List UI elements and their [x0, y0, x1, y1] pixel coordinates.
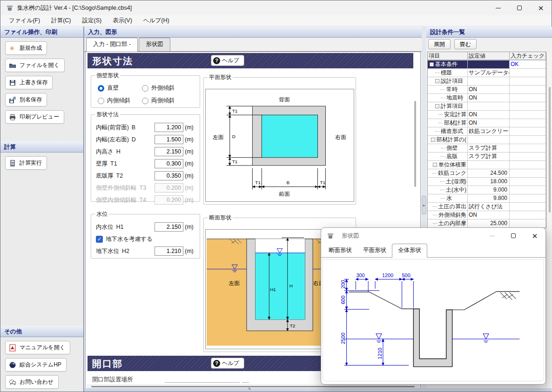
- condition-item-check: [510, 102, 546, 110]
- condition-table-row[interactable]: 標題 サンプルデータ4(鉄: [428, 69, 546, 77]
- condition-table-row[interactable]: -部材計算の(: [428, 136, 546, 144]
- condition-table-row[interactable]: 底版 スラブ計算: [428, 153, 546, 161]
- close-button[interactable]: ✕: [530, 0, 552, 15]
- opening-location-label: 開口部設置場所: [92, 376, 133, 384]
- condition-item-check: [510, 119, 546, 127]
- svg-text:T1: T1: [320, 180, 325, 185]
- condition-table-row[interactable]: -単位体積重: [428, 161, 546, 169]
- condition-table-row[interactable]: 水 9.800: [428, 194, 546, 203]
- sidebar-button[interactable]: 上書き保存: [5, 76, 53, 89]
- sidebar-section-0: ファイル操作、印刷 ✳ 新規作成 ファイルを開く 上書き保存 別名保存 印刷プレ…: [0, 27, 83, 124]
- condition-table-row[interactable]: -設計項目: [428, 77, 546, 86]
- condition-item-check: [510, 178, 546, 186]
- condition-item-value: [468, 136, 510, 144]
- tree-expander-icon[interactable]: -: [431, 138, 435, 142]
- sidebar-button[interactable]: 別名保存: [5, 93, 47, 106]
- bottom-splitter-strip[interactable]: ▿▵: [84, 388, 552, 392]
- sidebar-button[interactable]: マニュアルを開く: [5, 341, 70, 354]
- groundwater-level-input[interactable]: [155, 246, 183, 256]
- sidebar-button-label: お問い合わせ: [20, 378, 54, 386]
- sidewall-radio-option[interactable]: 内側傾斜: [98, 97, 142, 105]
- menu-bar: ファイル(F)計算(C)設定(S)表示(V)ヘルプ(H): [0, 15, 552, 27]
- menu-item[interactable]: 設定(S): [78, 15, 107, 26]
- condition-table-row[interactable]: 土圧の算出 試行くさび法: [428, 203, 546, 211]
- help-button[interactable]: ? ヘルプ: [211, 358, 244, 369]
- condition-item-label: 底版: [446, 153, 458, 160]
- expand-all-button[interactable]: 展開: [428, 39, 451, 49]
- plan-shape-group: 平面形状 背面 前面 左面 右面: [203, 73, 356, 205]
- sidewall-radio-option[interactable]: 両側傾斜: [142, 97, 197, 105]
- condition-table-row[interactable]: 土(水中) 9.000: [428, 186, 546, 194]
- question-icon: ?: [213, 57, 220, 64]
- sidewall-radio-option[interactable]: 直壁: [98, 84, 142, 92]
- window-title: 集水桝の設計 Ver.4 - [C:\Sogo\Sample.cbs4]: [17, 4, 132, 12]
- groundwater-checkbox[interactable]: ✓: [96, 236, 103, 243]
- sidebar-button[interactable]: 計算実行: [5, 156, 47, 170]
- tree-connector: [435, 131, 440, 132]
- sidebar-button[interactable]: お問い合わせ: [5, 375, 59, 389]
- float-window-tab[interactable]: 断面形状: [323, 244, 357, 257]
- menu-item[interactable]: 表示(V): [108, 15, 137, 26]
- condition-table-row[interactable]: 側壁 スラブ計算: [428, 144, 546, 153]
- tree-expander-icon[interactable]: -: [430, 62, 434, 66]
- condition-item-label: 設計項目: [441, 77, 463, 85]
- menu-item[interactable]: ヘルプ(H): [139, 15, 174, 26]
- sidewall-radio-option[interactable]: 外側傾斜: [142, 84, 197, 92]
- conditions-scrollbar[interactable]: [546, 53, 552, 392]
- new-file-icon: ✳: [9, 45, 16, 52]
- condition-table-row[interactable]: 常時 ON: [428, 86, 546, 94]
- menu-item[interactable]: 計算(C): [47, 15, 75, 26]
- tree-expander-icon[interactable]: -: [435, 104, 439, 108]
- dimension-input[interactable]: [155, 171, 183, 180]
- inner-water-level-input[interactable]: [155, 222, 183, 232]
- close-button[interactable]: ✕: [524, 228, 545, 244]
- condition-table-row[interactable]: 地震時 ON: [428, 94, 546, 102]
- section-title: 開口部: [92, 358, 123, 370]
- minimize-button[interactable]: [481, 228, 503, 244]
- condition-table-row[interactable]: 安定計算 ON: [428, 111, 546, 119]
- float-window-tab[interactable]: 全体形状: [392, 244, 427, 258]
- svg-text:2500: 2500: [340, 332, 346, 344]
- condition-table-row[interactable]: 土(湿潤) 18.000: [428, 178, 546, 186]
- sidebar-button[interactable]: 印刷プレビュー: [5, 110, 64, 124]
- dimension-input[interactable]: [155, 135, 183, 144]
- tree-expander-icon[interactable]: -: [433, 163, 437, 167]
- tree-expander-icon[interactable]: -: [435, 79, 439, 83]
- minimize-button[interactable]: [487, 0, 509, 15]
- maximize-button[interactable]: [509, 0, 530, 15]
- float-tab-strip: 断面形状平面形状全体形状: [321, 244, 545, 258]
- section-banner-shape: 形状寸法 ? ヘルプ: [88, 53, 413, 68]
- menu-item[interactable]: ファイル(F): [4, 15, 45, 26]
- main-tab[interactable]: 入力 - 開口部 -: [86, 38, 138, 52]
- sidebar-button[interactable]: 綜合システムHP: [5, 358, 67, 372]
- condition-table-row[interactable]: 土の内部摩 25.000: [428, 219, 546, 228]
- condition-item-label: 計算項目: [441, 102, 463, 110]
- condition-table-row[interactable]: -計算項目: [428, 102, 546, 111]
- tree-connector: [440, 181, 445, 182]
- vertical-scrollbar-thumb[interactable]: [414, 101, 416, 187]
- maximize-button[interactable]: [503, 228, 524, 244]
- collapse-all-button[interactable]: 畳む: [454, 39, 477, 49]
- dimension-input[interactable]: [155, 147, 183, 156]
- condition-item-check: [510, 219, 546, 227]
- condition-table-row[interactable]: 外側傾斜角 ON: [428, 211, 546, 219]
- dimension-input[interactable]: [155, 123, 183, 132]
- dimension-input[interactable]: [155, 183, 183, 193]
- sidebar-button[interactable]: ファイルを開く: [5, 59, 65, 72]
- condition-item-value: [468, 161, 510, 169]
- condition-table-row[interactable]: 構造形式 鉄筋コンクリート: [428, 127, 546, 136]
- condition-table-row[interactable]: 鉄筋コンク 24.500: [428, 169, 546, 178]
- float-window-tab[interactable]: 平面形状: [357, 244, 392, 257]
- main-tab[interactable]: 形状図: [139, 38, 170, 51]
- dimension-input[interactable]: [155, 195, 183, 205]
- main-panel-header: 入力、図形: [84, 27, 422, 38]
- condition-table-row[interactable]: 部材計算 ON: [428, 119, 546, 127]
- splitter-collapse-icon[interactable]: ▸: [422, 196, 426, 214]
- dimension-input[interactable]: [155, 159, 183, 168]
- help-button[interactable]: ? ヘルプ: [211, 55, 244, 66]
- condition-item-value: ON: [468, 211, 510, 219]
- field-underline: [165, 382, 240, 383]
- sidebar-section-2: その他 マニュアルを開く 綜合システムHP お問い合わせ: [0, 326, 83, 392]
- condition-table-row[interactable]: -基本条件 OK: [428, 60, 546, 69]
- sidebar-button[interactable]: ✳ 新規作成: [5, 41, 47, 55]
